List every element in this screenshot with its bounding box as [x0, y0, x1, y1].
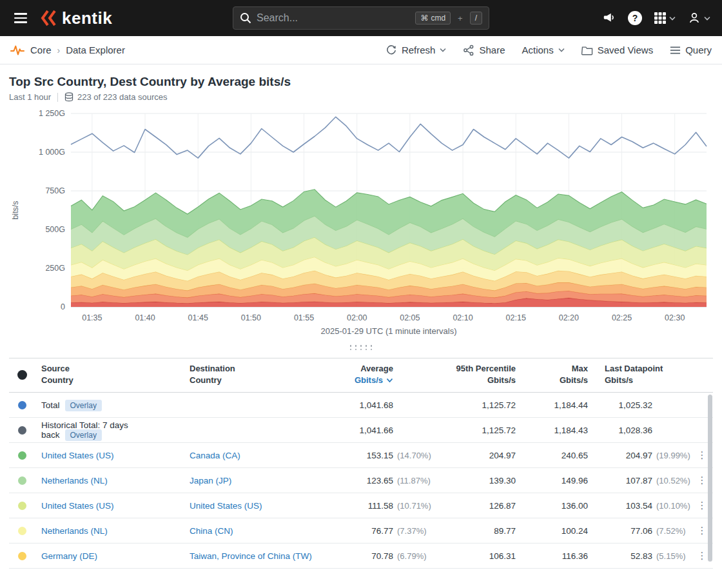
timeseries-chart[interactable]: 0250G500G750G1 000G1 250G01:3501:4001:45…: [9, 110, 713, 336]
search-input[interactable]: Search... ⌘cmd + /: [233, 6, 489, 30]
source-country-link[interactable]: United States (US): [41, 451, 114, 460]
series-color-dot[interactable]: [18, 426, 26, 435]
table-body: TotalOverlay1,041.681,125.721,184.441,02…: [9, 393, 713, 569]
top-navbar: kentik Search... ⌘cmd + / ?: [0, 0, 722, 36]
folder-icon: [581, 45, 593, 55]
p95-value-cell: 106.31: [433, 551, 516, 561]
svg-text:750G: 750G: [45, 186, 65, 195]
dest-country-link[interactable]: Japan (JP): [190, 476, 231, 485]
svg-text:1 000G: 1 000G: [39, 148, 65, 157]
search-placeholder: Search...: [257, 12, 410, 24]
scrollbar-thumb[interactable]: [708, 395, 712, 562]
series-color-dot[interactable]: [18, 527, 26, 535]
max-value-cell: 149.96: [516, 476, 588, 485]
average-value-cell: 1,041.66: [320, 426, 433, 435]
user-menu-button[interactable]: [687, 11, 710, 25]
chart-canvas[interactable]: 0250G500G750G1 000G1 250G01:3501:4001:45…: [9, 110, 713, 325]
toggle-all-series-button[interactable]: [17, 370, 27, 380]
source-country-link[interactable]: Netherlands (NL): [41, 476, 108, 485]
actions-label: Actions: [522, 44, 553, 55]
svg-text:01:55: 01:55: [294, 313, 314, 322]
table-header: Source Country Destination Country Avera…: [9, 358, 713, 393]
saved-views-button[interactable]: Saved Views: [581, 44, 653, 55]
p95-value-cell: 1,125.72: [433, 400, 516, 410]
dest-country-link[interactable]: China (CN): [190, 526, 233, 536]
last-datapoint-cell: 1,028.36: [588, 426, 691, 435]
dest-country-link[interactable]: Canada (CA): [190, 451, 240, 460]
share-button[interactable]: Share: [463, 44, 505, 56]
table-row: TotalOverlay1,041.681,125.721,184.441,02…: [9, 393, 713, 418]
overlay-badge: Overlay: [65, 429, 102, 441]
average-value-cell: 76.77(7.37%): [320, 526, 433, 536]
query-button[interactable]: Query: [670, 44, 712, 55]
list-icon: [670, 45, 681, 55]
svg-text:02:15: 02:15: [506, 313, 526, 322]
refresh-button[interactable]: Refresh: [385, 44, 447, 56]
kentik-logo[interactable]: kentik: [40, 8, 112, 28]
saved-views-label: Saved Views: [598, 44, 653, 55]
apps-grid-icon: [654, 12, 667, 24]
series-color-dot[interactable]: [18, 451, 26, 460]
source-country-link[interactable]: United States (US): [41, 501, 114, 511]
svg-text:02:20: 02:20: [559, 313, 579, 322]
breadcrumb-bar: Core › Data Explorer Refresh Share: [0, 36, 722, 64]
source-country-link[interactable]: Netherlands (NL): [41, 526, 108, 536]
series-color-dot[interactable]: [18, 401, 26, 409]
plus-separator: +: [458, 14, 463, 23]
p95-value-cell: 89.77: [433, 526, 516, 536]
row-label: Total: [41, 400, 60, 410]
series-color-dot[interactable]: [18, 476, 26, 485]
dest-country-link[interactable]: United States (US): [190, 501, 262, 511]
refresh-label: Refresh: [402, 44, 436, 55]
col-last-datapoint-header: Last Datapoint Gbits/s: [588, 363, 691, 386]
help-button[interactable]: ?: [628, 11, 642, 25]
last-datapoint-cell: 1,025.32: [588, 400, 691, 410]
svg-text:01:45: 01:45: [188, 313, 208, 322]
max-value-cell: 100.24: [516, 526, 588, 536]
divider: [57, 93, 58, 102]
announcements-button[interactable]: [602, 11, 616, 25]
actions-button[interactable]: Actions: [522, 44, 564, 55]
slash-key-badge: /: [470, 12, 482, 24]
svg-text:01:35: 01:35: [82, 313, 102, 322]
svg-text:500G: 500G: [45, 225, 65, 234]
panel-resize-handle[interactable]: [349, 345, 373, 350]
results-table: Source Country Destination Country Avera…: [9, 358, 713, 569]
series-color-dot[interactable]: [18, 502, 26, 510]
table-row: Netherlands (NL)Japan (JP)123.65(11.87%)…: [9, 468, 713, 493]
series-color-dot[interactable]: [18, 552, 26, 560]
svg-text:02:05: 02:05: [400, 313, 420, 322]
col-destination-header: Destination Country: [183, 363, 320, 386]
time-range-label[interactable]: Last 1 hour: [9, 92, 51, 102]
x-axis-caption: 2025-01-29 UTC (1 minute intervals): [71, 326, 707, 336]
source-country-link[interactable]: Germany (DE): [41, 551, 97, 561]
svg-text:02:10: 02:10: [453, 313, 473, 322]
chevron-down-icon[interactable]: [440, 48, 446, 52]
average-value-cell: 111.58(10.71%): [320, 501, 433, 511]
breadcrumb-section[interactable]: Core: [30, 44, 52, 55]
units-sort-link[interactable]: Gbits/s: [355, 375, 383, 386]
search-icon: [240, 12, 251, 24]
table-row: Netherlands (NL)China (CN)76.77(7.37%)89…: [9, 518, 713, 544]
menu-icon[interactable]: [12, 10, 30, 25]
svg-text:01:40: 01:40: [135, 313, 155, 322]
question-mark-icon: ?: [628, 11, 642, 25]
col-source-header: Source Country: [35, 363, 183, 386]
table-row: Germany (DE)Taiwan, Province of China (T…: [9, 544, 713, 569]
dest-country-link[interactable]: Taiwan, Province of China (TW): [190, 551, 312, 561]
col-max-header: Max Gbits/s: [516, 363, 588, 386]
cmd-key-badge: ⌘cmd: [415, 12, 451, 24]
query-label: Query: [685, 44, 712, 55]
share-icon: [463, 44, 474, 56]
svg-text:1 250G: 1 250G: [39, 110, 65, 118]
sort-chevron-down-icon[interactable]: [386, 378, 393, 383]
svg-text:250G: 250G: [45, 264, 65, 273]
chevron-down-icon: [704, 16, 710, 21]
table-scrollbar: [708, 395, 712, 567]
average-value-cell: 123.65(11.87%): [320, 476, 433, 485]
last-datapoint-cell: 204.97(19.99%): [588, 451, 691, 460]
last-datapoint-cell: 103.54(10.10%): [588, 501, 691, 511]
max-value-cell: 240.65: [516, 451, 588, 460]
data-sources[interactable]: 223 of 223 data sources: [64, 92, 168, 102]
apps-menu-button[interactable]: [654, 12, 676, 24]
